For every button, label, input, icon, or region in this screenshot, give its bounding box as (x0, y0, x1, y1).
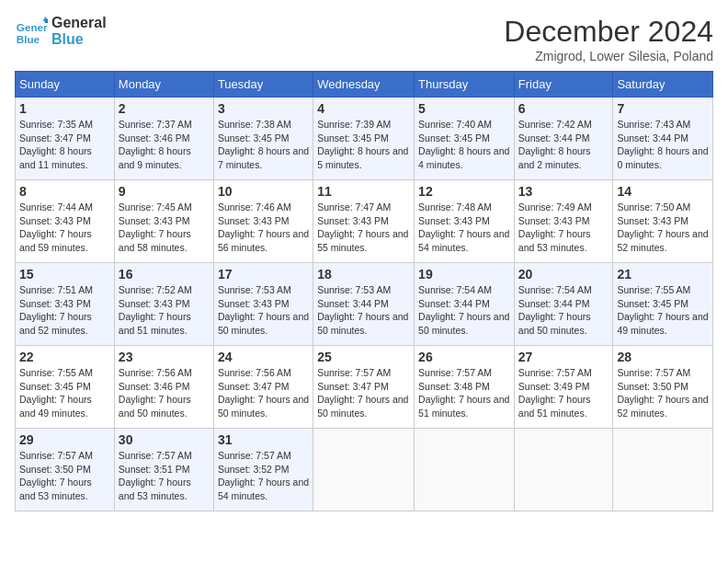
logo-text-line2: Blue (51, 31, 107, 48)
calendar-cell: 15Sunrise: 7:51 AMSunset: 3:43 PMDayligh… (16, 263, 115, 346)
day-number: 29 (19, 432, 110, 447)
day-info: Sunrise: 7:55 AMSunset: 3:45 PMDaylight:… (19, 366, 110, 420)
calendar-cell: 4Sunrise: 7:39 AMSunset: 3:45 PMDaylight… (313, 98, 415, 180)
day-info: Sunrise: 7:57 AMSunset: 3:52 PMDaylight:… (218, 449, 309, 503)
logo-text-line1: General (51, 15, 107, 31)
weekday-header-wednesday: Wednesday (313, 72, 415, 98)
day-number: 16 (119, 267, 210, 282)
calendar-cell: 29Sunrise: 7:57 AMSunset: 3:50 PMDayligh… (16, 429, 115, 511)
calendar-cell: 19Sunrise: 7:54 AMSunset: 3:44 PMDayligh… (415, 263, 515, 346)
calendar-cell: 6Sunrise: 7:42 AMSunset: 3:44 PMDaylight… (514, 98, 613, 180)
day-info: Sunrise: 7:57 AMSunset: 3:47 PMDaylight:… (317, 366, 410, 420)
calendar-cell: 17Sunrise: 7:53 AMSunset: 3:43 PMDayligh… (213, 263, 313, 346)
day-number: 25 (317, 350, 410, 364)
calendar-cell: 23Sunrise: 7:56 AMSunset: 3:46 PMDayligh… (114, 346, 213, 429)
calendar-cell: 20Sunrise: 7:54 AMSunset: 3:44 PMDayligh… (514, 263, 613, 346)
calendar-cell: 21Sunrise: 7:55 AMSunset: 3:45 PMDayligh… (613, 263, 713, 346)
calendar-cell: 14Sunrise: 7:50 AMSunset: 3:43 PMDayligh… (613, 180, 713, 263)
calendar-cell: 9Sunrise: 7:45 AMSunset: 3:43 PMDaylight… (114, 180, 213, 263)
weekday-header-friday: Friday (514, 72, 613, 98)
calendar-cell: 10Sunrise: 7:46 AMSunset: 3:43 PMDayligh… (213, 180, 313, 263)
calendar-week-row: 15Sunrise: 7:51 AMSunset: 3:43 PMDayligh… (16, 263, 713, 346)
day-info: Sunrise: 7:49 AMSunset: 3:43 PMDaylight:… (518, 201, 609, 255)
day-info: Sunrise: 7:35 AMSunset: 3:47 PMDaylight:… (19, 118, 110, 172)
day-info: Sunrise: 7:46 AMSunset: 3:43 PMDaylight:… (218, 201, 309, 255)
weekday-header-thursday: Thursday (415, 72, 515, 98)
day-number: 4 (317, 101, 410, 116)
calendar-cell: 27Sunrise: 7:57 AMSunset: 3:49 PMDayligh… (514, 346, 613, 429)
day-info: Sunrise: 7:53 AMSunset: 3:44 PMDaylight:… (317, 283, 410, 338)
day-info: Sunrise: 7:57 AMSunset: 3:49 PMDaylight:… (518, 366, 609, 420)
day-number: 10 (218, 184, 309, 199)
weekday-header-tuesday: Tuesday (213, 72, 313, 98)
day-number: 2 (119, 101, 210, 116)
logo-icon: General Blue (15, 15, 48, 48)
day-number: 18 (317, 267, 410, 282)
calendar-cell: 31Sunrise: 7:57 AMSunset: 3:52 PMDayligh… (213, 429, 313, 511)
svg-text:Blue: Blue (17, 33, 40, 45)
day-number: 5 (418, 101, 510, 116)
calendar-cell: 3Sunrise: 7:38 AMSunset: 3:45 PMDaylight… (213, 98, 313, 180)
calendar-cell: 24Sunrise: 7:56 AMSunset: 3:47 PMDayligh… (213, 346, 313, 429)
day-number: 24 (218, 350, 309, 364)
location: Zmigrod, Lower Silesia, Poland (504, 49, 713, 63)
calendar-cell: 1Sunrise: 7:35 AMSunset: 3:47 PMDaylight… (16, 98, 115, 180)
weekday-header-monday: Monday (114, 72, 213, 98)
day-number: 7 (617, 101, 709, 116)
day-info: Sunrise: 7:45 AMSunset: 3:43 PMDaylight:… (119, 201, 210, 255)
day-number: 11 (317, 184, 410, 199)
calendar-cell (313, 429, 415, 511)
calendar-cell: 25Sunrise: 7:57 AMSunset: 3:47 PMDayligh… (313, 346, 415, 429)
svg-text:General: General (17, 21, 48, 33)
day-info: Sunrise: 7:40 AMSunset: 3:45 PMDaylight:… (418, 118, 510, 172)
day-number: 1 (19, 101, 110, 116)
title-block: December 2024 Zmigrod, Lower Silesia, Po… (504, 15, 713, 63)
calendar-cell: 8Sunrise: 7:44 AMSunset: 3:43 PMDaylight… (16, 180, 115, 263)
day-number: 13 (518, 184, 609, 199)
calendar-cell: 30Sunrise: 7:57 AMSunset: 3:51 PMDayligh… (114, 429, 213, 511)
day-info: Sunrise: 7:43 AMSunset: 3:44 PMDaylight:… (617, 118, 709, 172)
day-info: Sunrise: 7:51 AMSunset: 3:43 PMDaylight:… (19, 283, 110, 338)
day-number: 23 (119, 350, 210, 364)
day-info: Sunrise: 7:55 AMSunset: 3:45 PMDaylight:… (617, 283, 709, 338)
weekday-header-saturday: Saturday (613, 72, 713, 98)
calendar-cell: 26Sunrise: 7:57 AMSunset: 3:48 PMDayligh… (415, 346, 515, 429)
day-number: 26 (418, 350, 510, 364)
calendar-cell: 22Sunrise: 7:55 AMSunset: 3:45 PMDayligh… (16, 346, 115, 429)
day-number: 27 (518, 350, 609, 364)
day-info: Sunrise: 7:56 AMSunset: 3:47 PMDaylight:… (218, 366, 309, 420)
day-info: Sunrise: 7:48 AMSunset: 3:43 PMDaylight:… (418, 201, 510, 255)
day-info: Sunrise: 7:38 AMSunset: 3:45 PMDaylight:… (218, 118, 309, 172)
logo: General Blue General Blue (15, 15, 107, 48)
day-info: Sunrise: 7:56 AMSunset: 3:46 PMDaylight:… (119, 366, 210, 420)
day-number: 8 (19, 184, 110, 199)
calendar-week-row: 8Sunrise: 7:44 AMSunset: 3:43 PMDaylight… (16, 180, 713, 263)
day-info: Sunrise: 7:57 AMSunset: 3:48 PMDaylight:… (418, 366, 510, 420)
day-info: Sunrise: 7:53 AMSunset: 3:43 PMDaylight:… (218, 283, 309, 338)
calendar-week-row: 22Sunrise: 7:55 AMSunset: 3:45 PMDayligh… (16, 346, 713, 429)
day-info: Sunrise: 7:54 AMSunset: 3:44 PMDaylight:… (418, 283, 510, 338)
calendar-cell (415, 429, 515, 511)
day-number: 19 (418, 267, 510, 282)
day-info: Sunrise: 7:54 AMSunset: 3:44 PMDaylight:… (518, 283, 609, 338)
weekday-header-sunday: Sunday (16, 72, 115, 98)
day-number: 28 (617, 350, 709, 364)
calendar-cell (613, 429, 713, 511)
calendar-cell: 2Sunrise: 7:37 AMSunset: 3:46 PMDaylight… (114, 98, 213, 180)
day-number: 14 (617, 184, 709, 199)
day-number: 6 (518, 101, 609, 116)
calendar-cell: 16Sunrise: 7:52 AMSunset: 3:43 PMDayligh… (114, 263, 213, 346)
day-info: Sunrise: 7:37 AMSunset: 3:46 PMDaylight:… (119, 118, 210, 172)
calendar-cell: 28Sunrise: 7:57 AMSunset: 3:50 PMDayligh… (613, 346, 713, 429)
calendar-cell: 12Sunrise: 7:48 AMSunset: 3:43 PMDayligh… (415, 180, 515, 263)
calendar-week-row: 29Sunrise: 7:57 AMSunset: 3:50 PMDayligh… (16, 429, 713, 511)
month-title: December 2024 (504, 15, 713, 49)
day-info: Sunrise: 7:57 AMSunset: 3:51 PMDaylight:… (119, 449, 210, 503)
day-number: 30 (119, 432, 210, 447)
day-info: Sunrise: 7:44 AMSunset: 3:43 PMDaylight:… (19, 201, 110, 255)
calendar-cell: 5Sunrise: 7:40 AMSunset: 3:45 PMDaylight… (415, 98, 515, 180)
calendar-header: SundayMondayTuesdayWednesdayThursdayFrid… (16, 72, 713, 98)
day-number: 31 (218, 432, 309, 447)
day-info: Sunrise: 7:57 AMSunset: 3:50 PMDaylight:… (617, 366, 709, 420)
page-header: General Blue General Blue December 2024 … (15, 15, 713, 63)
